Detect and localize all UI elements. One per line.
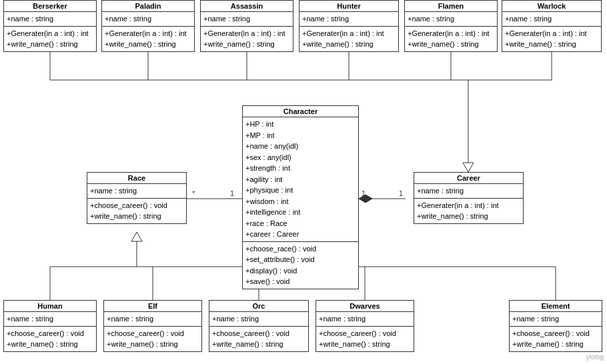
- svg-marker-18: [131, 232, 142, 241]
- character-attr-5: +agility : int: [245, 174, 356, 185]
- career-attr-0: +name : string: [417, 185, 520, 197]
- race-class: Race +name : string +choose_career() : v…: [87, 172, 187, 224]
- svg-marker-8: [463, 163, 474, 172]
- character-attr-8: +intelligence : int: [245, 207, 356, 218]
- paladin-header: Paladin: [102, 1, 194, 12]
- elf-attr-0: +name : string: [107, 313, 199, 325]
- dwarves-method-1: +write_name() : string: [319, 339, 411, 350]
- orc-class: Orc +name : string +choose_career() : vo…: [209, 300, 309, 352]
- flamen-class: Flamen +name : string +Generater(in a : …: [404, 0, 498, 52]
- svg-text:1: 1: [230, 189, 234, 197]
- berserker-method-0: +Generater(in a : int) : int: [7, 28, 93, 39]
- character-method-2: +display() : void: [245, 265, 356, 277]
- character-attr-6: +physique : int: [245, 185, 356, 196]
- warlock-attr-name: +name : string: [505, 13, 598, 25]
- element-attr-0: +name : string: [512, 313, 599, 325]
- elf-class: Elf +name : string +choose_career() : vo…: [103, 300, 202, 352]
- paladin-method-0: +Generater(in a : int) : int: [105, 28, 191, 39]
- career-header: Career: [414, 173, 523, 184]
- svg-marker-11: [359, 195, 372, 203]
- assassin-method-1: +write_name() : string: [203, 39, 290, 50]
- character-class: Character +HP : int +MP : int +name : an…: [242, 105, 359, 289]
- elf-header: Elf: [104, 301, 201, 312]
- character-method-1: +set_attribute() : void: [245, 254, 356, 265]
- elf-method-1: +write_name() : string: [107, 339, 199, 350]
- flamen-method-0: +Generater(in a : int) : int: [408, 28, 494, 39]
- assassin-class: Assassin +name : string +Generater(in a …: [200, 0, 293, 52]
- elf-method-0: +choose_career() : void: [107, 328, 199, 339]
- orc-method-1: +write_name() : string: [212, 339, 306, 350]
- hunter-class: Hunter +name : string +Generater(in a : …: [299, 0, 399, 52]
- character-attr-10: +career : Career: [245, 229, 356, 240]
- warlock-header: Warlock: [502, 1, 601, 12]
- dwarves-header: Dwarves: [316, 301, 414, 312]
- character-header: Character: [243, 106, 358, 117]
- race-method-0: +choose_career() : void: [90, 200, 183, 211]
- hunter-header: Hunter: [299, 1, 398, 12]
- character-method-3: +save() : void: [245, 276, 356, 287]
- paladin-attr-name: +name : string: [105, 13, 191, 25]
- svg-text:1: 1: [362, 189, 366, 197]
- race-method-1: +write_name() : string: [90, 211, 183, 222]
- flamen-method-1: +write_name() : string: [408, 39, 494, 50]
- character-method-0: +choose_race() : void: [245, 243, 356, 255]
- watermark: yiolog: [586, 353, 604, 361]
- warlock-method-0: +Generater(in a : int) : int: [505, 28, 598, 39]
- warlock-class: Warlock +name : string +Generater(in a :…: [502, 0, 602, 52]
- character-attr-1: +MP : int: [245, 130, 356, 141]
- character-attr-0: +HP : int: [245, 119, 356, 130]
- element-method-0: +choose_career() : void: [512, 328, 599, 339]
- character-attr-4: +strength : int: [245, 163, 356, 174]
- element-class: Element +name : string +choose_career() …: [509, 300, 602, 352]
- career-method-0: +Generater(in a : int) : int: [417, 200, 520, 211]
- hunter-method-1: +write_name() : string: [302, 39, 396, 50]
- assassin-header: Assassin: [201, 1, 293, 12]
- svg-text:*: *: [192, 189, 195, 197]
- human-class: Human +name : string +choose_career() : …: [3, 300, 97, 352]
- berserker-class: Berserker +name : string +Generater(in a…: [3, 0, 97, 52]
- race-header: Race: [87, 173, 186, 184]
- berserker-header: Berserker: [4, 1, 96, 12]
- element-header: Element: [510, 301, 602, 312]
- flamen-header: Flamen: [405, 1, 497, 12]
- flamen-attr-name: +name : string: [408, 13, 494, 25]
- berserker-attr-name: +name : string: [7, 13, 93, 25]
- human-header: Human: [4, 301, 96, 312]
- warlock-method-1: +write_name() : string: [505, 39, 598, 50]
- assassin-attr-name: +name : string: [203, 13, 290, 25]
- dwarves-method-0: +choose_career() : void: [319, 328, 411, 339]
- character-attr-7: +wisdom : int: [245, 196, 356, 207]
- berserker-method-1: +write_name() : string: [7, 39, 93, 50]
- orc-method-0: +choose_career() : void: [212, 328, 306, 339]
- human-attr-0: +name : string: [7, 313, 93, 325]
- race-attr-0: +name : string: [90, 185, 183, 197]
- dwarves-attr-0: +name : string: [319, 313, 411, 325]
- character-attr-9: +race : Race: [245, 218, 356, 229]
- character-attr-2: +name : any(idl): [245, 141, 356, 152]
- career-class: Career +name : string +Generater(in a : …: [414, 172, 524, 224]
- paladin-class: Paladin +name : string +Generater(in a :…: [101, 0, 195, 52]
- character-attr-3: +sex : any(idl): [245, 152, 356, 163]
- hunter-method-0: +Generater(in a : int) : int: [302, 28, 396, 39]
- paladin-method-1: +write_name() : string: [105, 39, 191, 50]
- orc-header: Orc: [209, 301, 308, 312]
- dwarves-class: Dwarves +name : string +choose_career() …: [316, 300, 414, 352]
- element-method-1: +write_name() : string: [512, 339, 599, 350]
- career-method-1: +write_name() : string: [417, 211, 520, 222]
- assassin-method-0: +Generater(in a : int) : int: [203, 28, 290, 39]
- human-method-1: +write_name() : string: [7, 339, 93, 350]
- orc-attr-0: +name : string: [212, 313, 306, 325]
- human-method-0: +choose_career() : void: [7, 328, 93, 339]
- hunter-attr-name: +name : string: [302, 13, 396, 25]
- svg-text:1: 1: [399, 189, 403, 197]
